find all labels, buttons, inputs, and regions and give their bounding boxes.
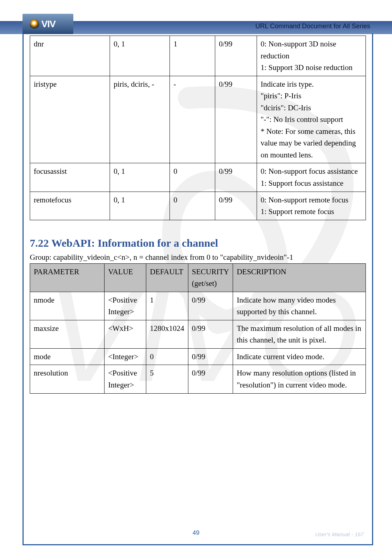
cell-security: 0/99 bbox=[215, 76, 257, 163]
cell-param: dnr bbox=[30, 36, 110, 76]
section-heading: 7.22 WebAPI: Information for a channel bbox=[30, 237, 366, 249]
cell-param: nmode bbox=[30, 292, 105, 320]
cell-default: - bbox=[170, 76, 215, 163]
table-row: remotefocus0, 100/990: Non-support remot… bbox=[30, 192, 366, 220]
cell-default: 0 bbox=[146, 348, 188, 365]
cell-security: 0/99 bbox=[188, 365, 233, 393]
cell-security: 0/99 bbox=[188, 320, 233, 348]
table-row: focusassist0, 100/990: Non-support focus… bbox=[30, 163, 366, 192]
cell-value: <Positive Integer> bbox=[105, 292, 146, 320]
cell-param: nresolution bbox=[30, 365, 105, 393]
th-description: DESCRIPTION bbox=[233, 263, 366, 292]
cell-value: <Positive Integer> bbox=[105, 365, 146, 393]
table-row: maxsize<WxH>1280x10240/99The maximum res… bbox=[30, 320, 366, 348]
cell-default: 1280x1024 bbox=[146, 320, 188, 348]
table-row: dnr0, 110/990: Non-support 3D noise redu… bbox=[30, 36, 366, 76]
table-header-row: PARAMETER VALUE DEFAULT SECURITY (get/se… bbox=[30, 263, 366, 292]
cell-description: 0: Non-support 3D noise reduction1: Supp… bbox=[257, 36, 366, 76]
cell-param: focusassist bbox=[30, 163, 110, 192]
cell-security: 0/99 bbox=[215, 36, 257, 76]
cell-value: <WxH> bbox=[105, 320, 146, 348]
cell-value: <Integer> bbox=[105, 348, 146, 365]
table-row: mode<Integer>00/99Indicate current video… bbox=[30, 348, 366, 365]
cell-value: piris, dciris, - bbox=[110, 76, 170, 163]
cell-description: 0: Non-support focus assistance1: Suppor… bbox=[257, 163, 366, 192]
footer-manual-ref: User's Manual - 167 bbox=[315, 531, 364, 537]
cell-default: 1 bbox=[146, 292, 188, 320]
brand-name: VIVOTEK bbox=[343, 12, 370, 19]
table-row: iristypepiris, dciris, --0/99Indicate ir… bbox=[30, 76, 366, 163]
th-security-l1: SECURITY bbox=[192, 267, 229, 276]
cell-security: 0/99 bbox=[215, 192, 257, 220]
cell-description: The maximum resolution of all modes in t… bbox=[233, 320, 366, 348]
cell-security: 0/99 bbox=[188, 348, 233, 365]
cell-default: 5 bbox=[146, 365, 188, 393]
cell-value: 0, 1 bbox=[110, 192, 170, 220]
cell-description: Indicate current video mode. bbox=[233, 348, 366, 365]
th-security: SECURITY (get/set) bbox=[188, 263, 233, 292]
cell-description: How many resolution options (listed in "… bbox=[233, 365, 366, 393]
cell-security: 0/99 bbox=[215, 163, 257, 192]
cell-description: 0: Non-support remote focus1: Support re… bbox=[257, 192, 366, 220]
cell-value: 0, 1 bbox=[110, 36, 170, 76]
cell-param: maxsize bbox=[30, 320, 105, 348]
th-security-l2: (get/set) bbox=[192, 279, 217, 288]
table-row: nresolution<Positive Integer>50/99How ma… bbox=[30, 365, 366, 393]
doc-subtitle: URL Command Document for All Series bbox=[256, 22, 370, 30]
logo-text: VIV bbox=[41, 19, 56, 30]
parameter-table-2: PARAMETER VALUE DEFAULT SECURITY (get/se… bbox=[30, 263, 366, 394]
table-row: nmode<Positive Integer>10/99Indicate how… bbox=[30, 292, 366, 320]
th-parameter: PARAMETER bbox=[30, 263, 105, 292]
th-value: VALUE bbox=[105, 263, 146, 292]
logo-eye-icon bbox=[30, 19, 39, 29]
cell-param: iristype bbox=[30, 76, 110, 163]
cell-default: 0 bbox=[170, 163, 215, 192]
th-default: DEFAULT bbox=[146, 263, 188, 292]
parameter-table-1: dnr0, 110/990: Non-support 3D noise redu… bbox=[30, 36, 366, 220]
cell-param: mode bbox=[30, 348, 105, 365]
cell-default: 0 bbox=[170, 192, 215, 220]
cell-description: Indicate iris type."piris": P-Iris"dciri… bbox=[257, 76, 366, 163]
cell-default: 1 bbox=[170, 36, 215, 76]
brand-logo: VIV bbox=[23, 14, 73, 34]
group-line: Group: capability_videoin_c<n>, n = chan… bbox=[30, 253, 366, 262]
cell-security: 0/99 bbox=[188, 292, 233, 320]
cell-description: Indicate how many video modes supported … bbox=[233, 292, 366, 320]
cell-value: 0, 1 bbox=[110, 163, 170, 192]
cell-param: remotefocus bbox=[30, 192, 110, 220]
